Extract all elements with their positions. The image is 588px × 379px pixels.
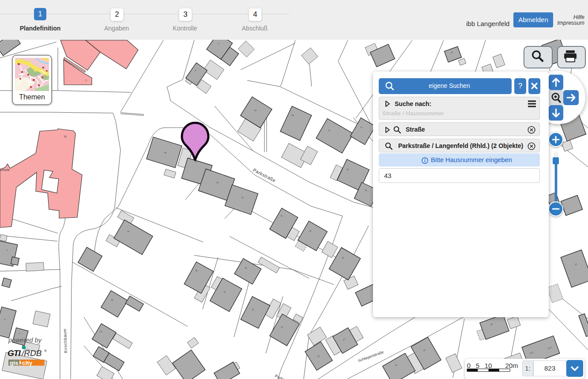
svg-text:powered by: powered by — [8, 337, 42, 344]
svg-text:52: 52 — [64, 135, 67, 138]
svg-text:gis: gis — [10, 360, 19, 366]
svg-text:Kirschbaum: Kirschbaum — [62, 329, 68, 353]
svg-text:city: city — [22, 360, 33, 366]
svg-text:®: ® — [44, 349, 47, 353]
svg-text:/RDB: /RDB — [21, 349, 42, 358]
svg-text:20m: 20m — [505, 362, 518, 369]
svg-text:10: 10 — [485, 362, 492, 369]
svg-text:GTI: GTI — [8, 349, 21, 358]
svg-text:Schule: Schule — [0, 168, 10, 172]
svg-text:0: 0 — [467, 362, 471, 369]
svg-text:5: 5 — [476, 362, 479, 369]
